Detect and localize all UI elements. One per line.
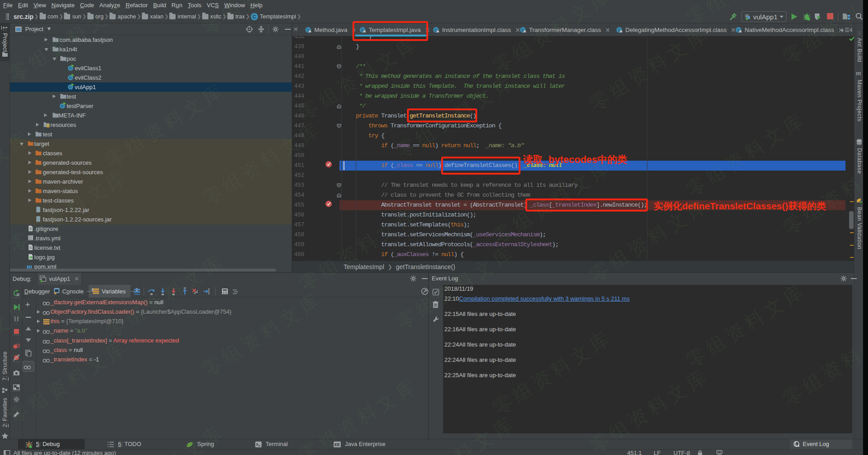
svg-text:EE: EE [335, 442, 340, 447]
